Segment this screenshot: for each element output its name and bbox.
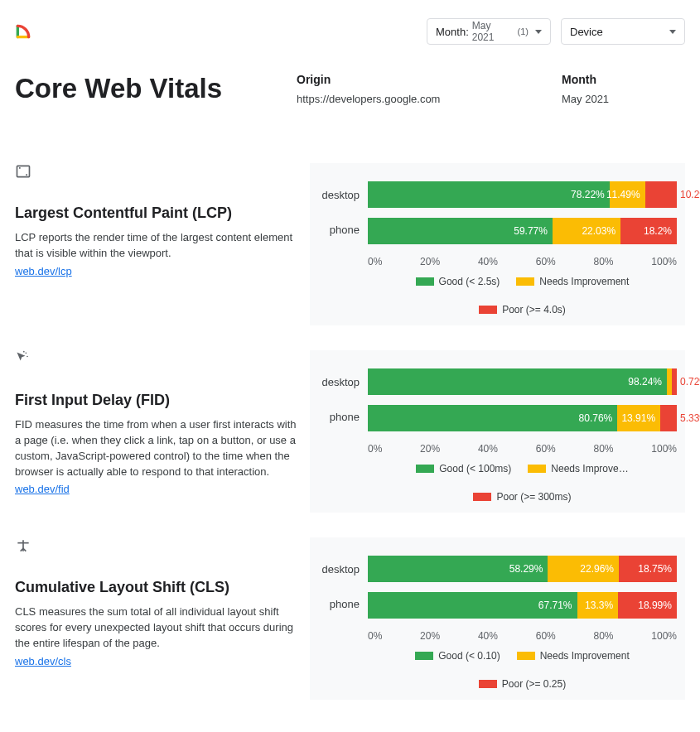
month-filter-label: Month:	[436, 26, 469, 38]
chart-row-label: phone	[318, 215, 360, 245]
fid-icon	[15, 350, 31, 367]
legend-swatch-ni	[517, 652, 535, 660]
svg-rect-0	[17, 166, 30, 176]
metric-section-cls: Cumulative Layout Shift (CLS) CLS measur…	[15, 537, 685, 700]
svg-point-1	[26, 353, 27, 354]
legend-swatch-poor	[479, 306, 497, 314]
cls-title: Cumulative Layout Shift (CLS)	[15, 579, 297, 596]
chart-legend: Good (< 100ms) Needs Improve… Poor (>= 3…	[368, 463, 677, 503]
origin-label: Origin	[297, 73, 562, 86]
metric-section-fid: First Input Delay (FID) FID measures the…	[15, 350, 685, 513]
month-filter-dropdown[interactable]: Month: May 2021 (1)	[427, 18, 551, 45]
chart-row-label: desktop	[318, 368, 360, 397]
chart-bar-desktop: 78.22% 11.49% 10.29%	[368, 181, 677, 208]
legend-swatch-good	[416, 277, 434, 286]
lcp-link[interactable]: web.dev/lcp	[15, 265, 72, 277]
chart-row-label: desktop	[318, 181, 360, 210]
month-filter-value: May 2021	[472, 20, 514, 43]
device-filter-dropdown[interactable]: Device	[561, 18, 685, 45]
fid-description: FID measures the time from when a user f…	[15, 417, 297, 479]
svg-point-2	[27, 356, 28, 358]
legend-swatch-good	[415, 652, 433, 660]
chevron-down-icon	[535, 30, 542, 34]
chevron-down-icon	[669, 30, 676, 34]
cls-icon	[15, 537, 31, 554]
topbar: Month: May 2021 (1) Device	[15, 15, 685, 48]
fid-chart: desktop phone 98.24% 0.72% 80.76% 13.91%…	[310, 350, 685, 513]
chart-row-label: phone	[318, 402, 360, 432]
svg-point-3	[23, 351, 25, 353]
fid-link[interactable]: web.dev/fid	[15, 483, 70, 495]
cls-chart: desktop phone 58.29% 22.96% 18.75% 67.71…	[310, 537, 685, 700]
device-filter-label: Device	[570, 26, 603, 38]
lcp-description: LCP reports the render time of the large…	[15, 230, 297, 262]
cls-description: CLS measures the sum total of all indivi…	[15, 604, 297, 652]
chart-legend: Good (< 2.5s) Needs Improvement Poor (>=…	[368, 276, 677, 315]
chart-legend: Good (< 0.10) Needs Improvement Poor (>=…	[368, 650, 677, 690]
origin-value: https://developers.google.com	[297, 93, 562, 105]
page-title: Core Web Vitals	[15, 73, 297, 104]
chart-axis: 0%20%40%60%80%100%	[368, 630, 677, 642]
lcp-icon	[15, 163, 31, 180]
chart-axis: 0%20%40%60%80%100%	[368, 443, 677, 455]
month-filter-count: (1)	[518, 26, 529, 36]
month-label: Month	[562, 73, 678, 86]
chart-bar-desktop: 98.24% 0.72%	[368, 368, 677, 395]
chart-row-label: phone	[318, 590, 360, 619]
lcp-title: Largest Contentful Paint (LCP)	[15, 205, 297, 222]
legend-swatch-ni	[516, 277, 534, 286]
report-header: Core Web Vitals Origin https://developer…	[15, 73, 685, 105]
legend-swatch-good	[416, 465, 434, 473]
chart-row-label: desktop	[318, 555, 360, 585]
legend-swatch-ni	[528, 465, 546, 473]
chart-bar-phone: 59.77% 22.03% 18.2%	[368, 218, 677, 244]
metric-section-lcp: Largest Contentful Paint (LCP) LCP repor…	[15, 163, 685, 325]
cls-link[interactable]: web.dev/cls	[15, 655, 71, 667]
chart-bar-desktop: 58.29% 22.96% 18.75%	[368, 556, 677, 582]
month-value: May 2021	[562, 93, 678, 105]
fid-title: First Input Delay (FID)	[15, 392, 297, 409]
legend-swatch-poor	[479, 680, 497, 688]
crux-logo-icon	[15, 23, 31, 40]
legend-swatch-poor	[473, 493, 491, 501]
chart-bar-phone: 80.76% 13.91% 5.33%	[368, 405, 677, 431]
chart-bar-phone: 67.71% 13.3% 18.99%	[368, 592, 677, 619]
chart-axis: 0%20%40%60%80%100%	[368, 256, 677, 267]
lcp-chart: desktop phone 78.22% 11.49% 10.29% 59.77…	[310, 163, 685, 325]
